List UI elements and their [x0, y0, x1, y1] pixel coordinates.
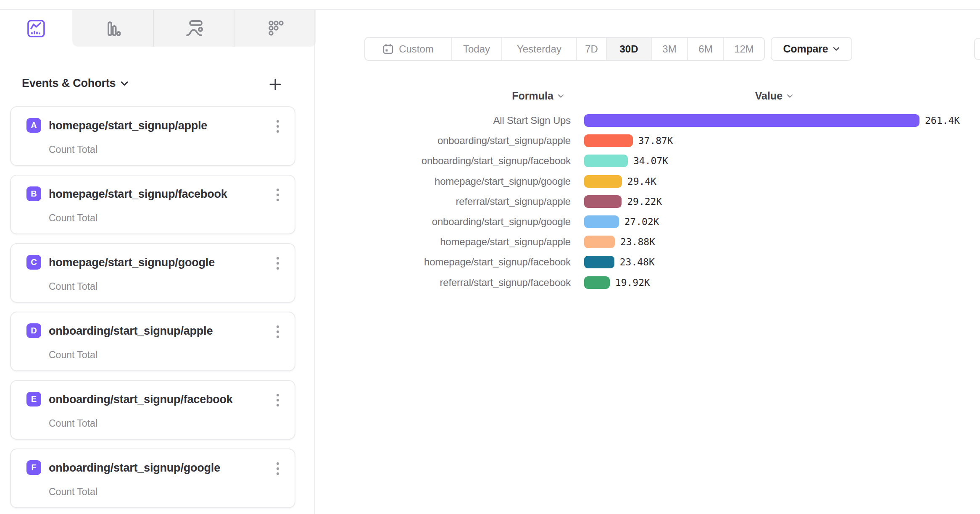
bar-chart-row: onboarding/start_signup/google 27.02K: [0, 212, 980, 232]
date-range-label: 7D: [585, 43, 598, 55]
series-bar[interactable]: [584, 236, 615, 248]
event-metric: Count Total: [49, 418, 97, 429]
tab-flows[interactable]: [153, 10, 234, 47]
bar-chart-row: onboarding/start_signup/facebook 34.07K: [0, 151, 980, 171]
series-bar[interactable]: [584, 256, 614, 268]
chevron-down-icon: [558, 94, 564, 98]
calendar-icon: [382, 43, 394, 55]
bar-chart-rows: All Start Sign Ups 261.4K onboarding/sta…: [0, 110, 980, 293]
compare-button[interactable]: Compare: [771, 37, 852, 61]
event-metric: Count Total: [49, 486, 97, 498]
series-bar[interactable]: [584, 195, 622, 208]
report-type-tabs: [0, 10, 316, 47]
date-range-today[interactable]: Today: [451, 38, 501, 60]
series-value: 37.87K: [638, 135, 673, 146]
series-bar[interactable]: [584, 155, 628, 167]
tab-insights[interactable]: [0, 10, 72, 47]
bar-chart-row: homepage/start_signup/apple 23.88K: [0, 232, 980, 252]
tab-strip-background: [72, 10, 316, 47]
series-value: 34.07K: [633, 155, 668, 166]
bar-chart-row: homepage/start_signup/facebook 23.48K: [0, 252, 980, 272]
series-label: homepage/start_signup/google: [0, 176, 571, 187]
retention-grid-icon: [266, 19, 285, 38]
event-name: onboarding/start_signup/apple: [49, 325, 213, 338]
event-name: onboarding/start_signup/facebook: [49, 393, 233, 406]
events-cohorts-header[interactable]: Events & Cohorts: [22, 77, 128, 90]
series-bar[interactable]: [584, 175, 622, 188]
bar-chart-row: All Start Sign Ups 261.4K: [0, 110, 980, 131]
event-letter-badge: F: [26, 460, 41, 475]
series-label: onboarding/start_signup/facebook: [0, 155, 571, 167]
event-letter-badge: E: [26, 392, 41, 406]
series-bar[interactable]: [584, 114, 919, 127]
date-range-7d[interactable]: 7D: [576, 38, 606, 60]
date-range-30d[interactable]: 30D: [606, 38, 651, 60]
series-value: 19.92K: [615, 277, 650, 288]
event-card[interactable]: E onboarding/start_signup/facebook Count…: [10, 380, 295, 440]
date-range-6m[interactable]: 6M: [687, 38, 723, 60]
date-range-label: 12M: [734, 43, 754, 55]
date-range-yesterday[interactable]: Yesterday: [501, 38, 576, 60]
series-value: 29.4K: [627, 176, 656, 187]
tab-bar-chart[interactable]: [72, 10, 153, 47]
series-label: onboarding/start_signup/apple: [0, 135, 571, 147]
kebab-menu-icon[interactable]: [270, 323, 285, 340]
series-bar[interactable]: [584, 134, 633, 147]
event-card[interactable]: F onboarding/start_signup/google Count T…: [10, 448, 295, 508]
event-card[interactable]: D onboarding/start_signup/apple Count To…: [10, 312, 295, 371]
series-value: 23.88K: [620, 236, 655, 247]
tab-retention[interactable]: [234, 10, 316, 47]
date-range-custom[interactable]: Custom: [365, 38, 451, 60]
series-label: onboarding/start_signup/google: [0, 216, 571, 228]
series-value: 261.4K: [925, 115, 960, 126]
formula-column-header[interactable]: Formula: [475, 90, 601, 102]
chevron-down-icon: [121, 81, 128, 86]
formula-header-label: Formula: [512, 90, 553, 102]
insights-chart-icon: [26, 19, 46, 38]
event-letter-badge: D: [26, 323, 41, 338]
date-range-label: Yesterday: [517, 43, 561, 55]
event-metric: Count Total: [49, 349, 97, 361]
bar-chart-row: referral/start_signup/facebook 19.92K: [0, 273, 980, 293]
plus-icon: [269, 78, 282, 91]
date-range-label: 3M: [662, 43, 676, 55]
bar-chart-icon: [103, 19, 122, 38]
series-label: referral/start_signup/apple: [0, 196, 571, 207]
series-value: 29.22K: [627, 196, 662, 207]
kebab-menu-icon[interactable]: [270, 392, 285, 409]
chevron-down-icon: [833, 47, 840, 51]
kebab-menu-icon[interactable]: [270, 460, 285, 477]
series-value: 27.02K: [624, 216, 659, 227]
series-label: homepage/start_signup/facebook: [0, 256, 571, 268]
value-column-header[interactable]: Value: [711, 90, 837, 102]
series-value: 23.48K: [620, 257, 655, 267]
date-range-control: Custom Today Yesterday 7D 30D 3M 6M 12M: [364, 37, 765, 61]
date-range-label: 30D: [619, 43, 638, 55]
partial-button-right-edge[interactable]: [974, 38, 980, 60]
value-header-label: Value: [755, 90, 782, 102]
series-label: All Start Sign Ups: [0, 115, 571, 126]
bar-chart-row: homepage/start_signup/google 29.4K: [0, 171, 980, 191]
bar-chart-row: onboarding/start_signup/apple 37.87K: [0, 131, 980, 151]
date-range-label: Today: [463, 43, 490, 55]
date-range-label: 6M: [698, 43, 712, 55]
bar-chart-row: referral/start_signup/apple 29.22K: [0, 191, 980, 212]
date-range-12m[interactable]: 12M: [723, 38, 764, 60]
flows-icon: [184, 19, 204, 38]
date-range-label: Custom: [399, 43, 434, 55]
event-name: onboarding/start_signup/google: [49, 462, 220, 475]
add-event-button[interactable]: [266, 75, 285, 94]
events-cohorts-title: Events & Cohorts: [22, 77, 116, 90]
chevron-down-icon: [787, 94, 793, 98]
compare-label: Compare: [783, 43, 828, 55]
series-label: homepage/start_signup/apple: [0, 236, 571, 248]
date-range-3m[interactable]: 3M: [651, 38, 687, 60]
series-bar[interactable]: [584, 276, 610, 289]
series-label: referral/start_signup/facebook: [0, 277, 571, 288]
series-bar[interactable]: [584, 215, 619, 228]
